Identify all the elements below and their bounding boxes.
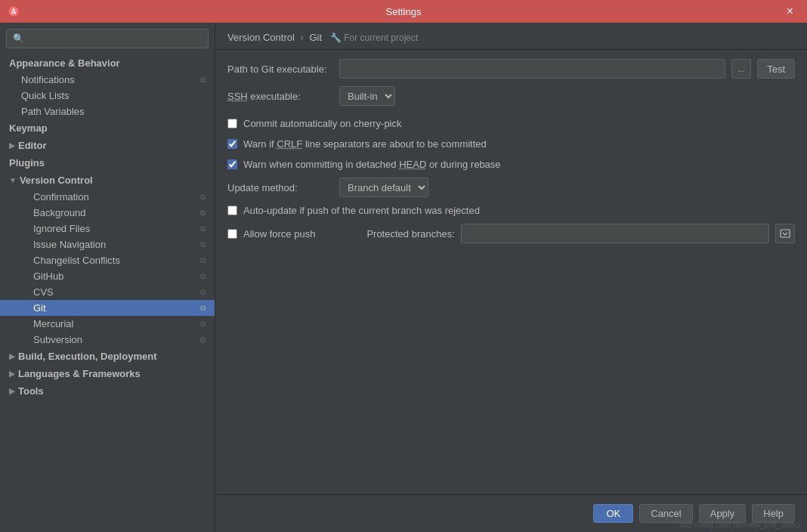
copy-icon: ⧉: [200, 272, 206, 281]
breadcrumb-part1: Version Control: [227, 32, 295, 43]
auto-update-row: Auto-update if push of the current branc…: [227, 203, 795, 218]
sidebar-item-label: Ignored Files: [33, 223, 90, 234]
force-push-section: Allow force push Protected branches: mas…: [227, 224, 795, 243]
sidebar-item-keymap[interactable]: Keymap: [0, 119, 215, 137]
right-panel: Version Control › Git 🔧 For current proj…: [215, 23, 807, 532]
bottom-bar: OK Cancel Apply Help http://blog.csdn.ne…: [215, 494, 807, 532]
sidebar-item-editor[interactable]: ▶ Editor: [0, 137, 215, 154]
ellipsis-button[interactable]: ...: [731, 59, 751, 79]
sidebar-item-languages-frameworks[interactable]: ▶ Languages & Frameworks: [0, 365, 215, 382]
sidebar-item-subversion[interactable]: Subversion ⧉: [0, 332, 215, 348]
sidebar-item-label: Editor: [18, 140, 47, 151]
ssh-select[interactable]: Built-in Native: [339, 86, 395, 106]
sidebar-item-label: Mercurial: [33, 318, 73, 329]
sidebar-item-mercurial[interactable]: Mercurial ⧉: [0, 316, 215, 332]
copy-icon: ⧉: [200, 76, 206, 85]
git-path-label: Path to Git executable:: [227, 63, 333, 75]
sidebar-item-label: Version Control: [20, 175, 93, 186]
sidebar-item-label: CVS: [33, 286, 54, 298]
sidebar-item-label: Background: [33, 207, 85, 218]
sidebar-item-git[interactable]: Git ⧉: [0, 300, 215, 316]
sidebar-item-appearance[interactable]: Appearance & Behavior: [0, 54, 215, 72]
settings-window: A Settings × 🔍 Appearance & Behavior Not…: [0, 0, 807, 532]
sidebar: 🔍 Appearance & Behavior Notifications ⧉ …: [0, 23, 215, 532]
sidebar-item-issue-navigation[interactable]: Issue Navigation ⧉: [0, 237, 215, 252]
sidebar-item-build-execution[interactable]: ▶ Build, Execution, Deployment: [0, 348, 215, 365]
sidebar-item-label: Plugins: [9, 157, 45, 169]
auto-update-checkbox[interactable]: [227, 206, 237, 215]
title-bar: A Settings ×: [0, 0, 807, 23]
force-push-label[interactable]: Allow force push: [243, 228, 315, 240]
sidebar-item-quick-lists[interactable]: Quick Lists: [0, 88, 215, 104]
crlf-label[interactable]: Warn if CRLF line separators are about t…: [243, 138, 487, 150]
force-push-row: Allow force push: [227, 227, 315, 241]
arrow-icon: ▶: [9, 352, 15, 360]
sidebar-item-label: Tools: [18, 385, 44, 397]
close-button[interactable]: ×: [773, 0, 807, 23]
copy-icon: ⧉: [200, 240, 206, 249]
crlf-checkbox[interactable]: [227, 139, 237, 149]
window-title: Settings: [386, 6, 422, 17]
breadcrumb-part2: Git: [309, 32, 322, 43]
sidebar-item-label: Path Variables: [21, 106, 85, 117]
svg-text:A: A: [11, 8, 16, 16]
git-path-row: Path to Git executable: git.exe ... Test: [227, 59, 795, 79]
copy-icon-active: ⧉: [200, 304, 206, 313]
force-push-checkbox[interactable]: [227, 229, 237, 239]
protected-branches-label: Protected branches:: [366, 228, 454, 240]
sidebar-item-label: Keymap: [9, 122, 48, 134]
breadcrumb-separator: ›: [301, 32, 304, 43]
sidebar-item-label: Issue Navigation: [33, 239, 106, 250]
sidebar-item-label: Appearance & Behavior: [9, 57, 120, 69]
update-method-select[interactable]: Branch default Merge Rebase: [339, 178, 428, 197]
arrow-icon: ▶: [9, 370, 15, 378]
protected-branches-browse-button[interactable]: [775, 224, 795, 243]
breadcrumb: Version Control › Git 🔧 For current proj…: [227, 32, 418, 43]
sidebar-item-version-control[interactable]: ▼ Version Control: [0, 172, 215, 189]
sidebar-item-confirmation[interactable]: Confirmation ⧉: [0, 189, 215, 205]
sidebar-item-background[interactable]: Background ⧉: [0, 205, 215, 221]
protected-branches-input[interactable]: master: [461, 224, 769, 243]
auto-update-label[interactable]: Auto-update if push of the current branc…: [243, 205, 480, 216]
sidebar-item-label: GitHub: [33, 271, 63, 282]
sidebar-item-label: Subversion: [33, 334, 82, 345]
copy-icon: ⧉: [200, 320, 206, 329]
sidebar-item-label: Git: [33, 302, 46, 314]
copy-icon: ⧉: [200, 224, 206, 234]
sidebar-item-label: Changelist Conflicts: [33, 255, 120, 266]
sidebar-item-label: Build, Execution, Deployment: [18, 351, 156, 362]
git-path-input[interactable]: git.exe: [339, 59, 725, 79]
for-project-label: 🔧 For current project: [330, 32, 418, 43]
cherry-pick-row: Commit automatically on cherry-pick: [227, 116, 795, 131]
test-button[interactable]: Test: [757, 59, 795, 79]
sidebar-item-plugins[interactable]: Plugins: [0, 154, 215, 172]
detached-head-checkbox[interactable]: [227, 159, 237, 169]
ssh-label: SSH executable:: [227, 91, 333, 102]
search-icon: 🔍: [13, 33, 24, 44]
ok-button[interactable]: OK: [593, 504, 633, 523]
search-box[interactable]: 🔍: [6, 29, 209, 48]
cherry-pick-checkbox[interactable]: [227, 119, 237, 128]
watermark: http://blog.csdn.net/new_one_object: [680, 521, 801, 529]
sidebar-item-label: Quick Lists: [21, 90, 70, 101]
sidebar-item-tools[interactable]: ▶ Tools: [0, 382, 215, 400]
copy-icon: ⧉: [200, 193, 206, 202]
search-input[interactable]: [29, 33, 202, 45]
arrow-icon: ▼: [9, 176, 17, 184]
cherry-pick-label[interactable]: Commit automatically on cherry-pick: [243, 118, 402, 129]
sidebar-item-ignored-files[interactable]: Ignored Files ⧉: [0, 221, 215, 237]
panel-body: Path to Git executable: git.exe ... Test…: [215, 50, 807, 494]
sidebar-item-changelist-conflicts[interactable]: Changelist Conflicts ⧉: [0, 252, 215, 268]
sidebar-item-path-variables[interactable]: Path Variables: [0, 104, 215, 119]
arrow-icon: ▶: [9, 141, 15, 150]
sidebar-item-notifications[interactable]: Notifications ⧉: [0, 72, 215, 88]
sidebar-item-label: Confirmation: [33, 191, 89, 203]
detached-head-row: Warn when committing in detached HEAD or…: [227, 157, 795, 172]
main-content: 🔍 Appearance & Behavior Notifications ⧉ …: [0, 23, 807, 532]
detached-head-label[interactable]: Warn when committing in detached HEAD or…: [243, 159, 501, 170]
arrow-icon: ▶: [9, 387, 15, 395]
sidebar-item-github[interactable]: GitHub ⧉: [0, 268, 215, 284]
copy-icon: ⧉: [200, 209, 206, 218]
app-icon: A: [8, 5, 20, 17]
sidebar-item-cvs[interactable]: CVS ⧉: [0, 284, 215, 300]
